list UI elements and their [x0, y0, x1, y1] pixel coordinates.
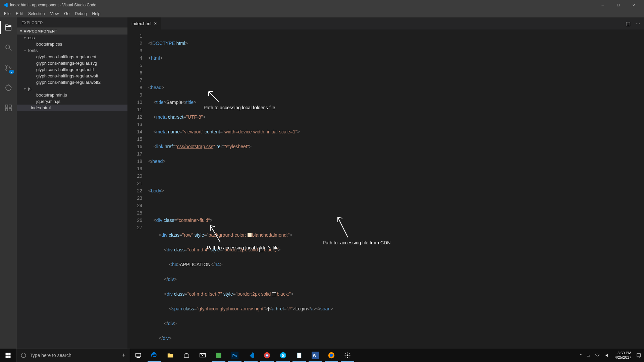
tab-index-html[interactable]: index.html ×	[127, 17, 161, 29]
svg-rect-26	[297, 353, 301, 358]
svg-rect-32	[637, 354, 641, 357]
svg-point-30	[330, 354, 333, 357]
annotation-2: Path to accessing local folder's file	[207, 244, 279, 251]
menu-debug[interactable]: Debug	[72, 11, 89, 17]
svg-text:S: S	[282, 353, 285, 358]
mail-icon[interactable]	[195, 349, 211, 362]
scm-badge: 2	[9, 70, 14, 74]
window-title: index.html - appcomponent - Visual Studi…	[10, 3, 595, 7]
edge-icon[interactable]	[146, 349, 162, 362]
folder-js[interactable]: ▿js	[17, 85, 127, 92]
activity-debug[interactable]	[0, 81, 17, 95]
word-icon[interactable]: W	[307, 349, 323, 362]
close-icon[interactable]: ×	[154, 21, 157, 26]
menu-edit[interactable]: Edit	[13, 11, 25, 17]
start-button[interactable]	[0, 349, 16, 362]
activity-explorer[interactable]	[0, 21, 17, 34]
file-bootstrap-js[interactable]: bootstrap.min.js	[17, 92, 127, 98]
search-box[interactable]: Type here to search	[16, 349, 130, 362]
arrow-icon	[334, 216, 351, 239]
svg-rect-6	[5, 109, 8, 111]
clock[interactable]: 3:50 PM 4/25/2017	[615, 351, 631, 360]
tray-chevron-icon[interactable]: ˄	[580, 353, 582, 358]
chrome-icon[interactable]	[259, 349, 275, 362]
sidebar-section-header[interactable]: ▿APPCOMPONENT	[17, 27, 127, 35]
editor-body[interactable]: 1234567891011121314151617181920212223242…	[127, 29, 644, 349]
svg-point-2	[6, 69, 7, 70]
more-icon[interactable]: ⋯	[635, 20, 641, 27]
activity-scm[interactable]: 2	[0, 61, 17, 74]
file-glyph-svg[interactable]: glyphicons-halflings-regular.svg	[17, 60, 127, 66]
maximize-button[interactable]: ☐	[610, 0, 626, 10]
arrow-icon	[207, 224, 224, 244]
file-index-html[interactable]: index.html	[17, 105, 127, 111]
activity-extensions[interactable]	[0, 101, 17, 115]
file-glyph-ttf[interactable]: glyphicons-halflings-regular.ttf	[17, 66, 127, 73]
folder-fonts[interactable]: ▿fonts	[17, 47, 127, 54]
vscode-icon	[3, 2, 8, 8]
menu-view[interactable]: View	[47, 11, 61, 17]
annotation-1: Path to accessing local folder's file	[204, 104, 275, 111]
svg-rect-10	[8, 353, 11, 355]
svg-text:W: W	[313, 354, 317, 358]
line-numbers: 1234567891011121314151617181920212223242…	[127, 29, 148, 349]
settings-icon[interactable]	[339, 349, 356, 362]
menu-help[interactable]: Help	[90, 11, 103, 17]
firefox-icon[interactable]	[323, 349, 339, 362]
folder-css[interactable]: ▿css	[17, 35, 127, 41]
skype-icon[interactable]: S	[275, 349, 291, 362]
arrow-icon	[205, 90, 222, 103]
editor-area: index.html × ◫ ⋯ 12345678910111213141516…	[127, 17, 644, 349]
svg-point-0	[6, 45, 10, 49]
vscode-taskbar-icon[interactable]	[243, 349, 259, 362]
svg-rect-5	[5, 105, 8, 107]
cortana-icon	[20, 352, 26, 358]
svg-point-1	[6, 65, 7, 66]
store-icon[interactable]	[178, 349, 195, 362]
file-explorer-icon[interactable]	[162, 349, 178, 362]
svg-rect-11	[6, 356, 8, 358]
minimize-button[interactable]: ─	[595, 0, 610, 10]
battery-icon[interactable]: ▭	[587, 353, 590, 358]
taskbar: Type here to search Ps S W ˄ ▭ 3:50 PM 4…	[0, 349, 644, 362]
svg-rect-9	[6, 353, 8, 355]
task-view-icon[interactable]	[130, 349, 146, 362]
svg-rect-12	[8, 356, 11, 358]
menu-go[interactable]: Go	[61, 11, 72, 17]
activity-search[interactable]	[0, 41, 17, 54]
file-bootstrap-css[interactable]: bootstrap.css	[17, 41, 127, 47]
split-editor-icon[interactable]: ◫	[626, 20, 631, 27]
svg-point-31	[347, 355, 348, 356]
code-content[interactable]: <!DOCTYPE html> <html> <head> <title>Sam…	[148, 29, 644, 349]
mic-icon[interactable]	[121, 353, 126, 358]
notepad-icon[interactable]	[291, 349, 307, 362]
volume-icon[interactable]	[605, 353, 610, 358]
file-glyph-eot[interactable]: glyphicons-halflings-regular.eot	[17, 54, 127, 60]
close-button[interactable]: ✕	[626, 0, 641, 10]
notifications-icon[interactable]	[636, 353, 641, 358]
svg-point-13	[21, 353, 26, 358]
svg-rect-15	[136, 353, 141, 357]
tab-label: index.html	[131, 21, 151, 26]
file-glyph-woff[interactable]: glyphicons-halflings-regular.woff	[17, 73, 127, 79]
menu-file[interactable]: File	[1, 11, 13, 17]
menu-selection[interactable]: Selection	[25, 11, 47, 17]
file-glyph-woff2[interactable]: glyphicons-halflings-regular.woff2	[17, 79, 127, 85]
wifi-icon[interactable]	[595, 353, 600, 358]
photoshop-icon[interactable]: Ps	[227, 349, 243, 362]
svg-point-4	[6, 85, 11, 90]
svg-rect-18	[216, 353, 221, 358]
system-tray: ˄ ▭ 3:50 PM 4/25/2017	[577, 351, 644, 360]
titlebar: index.html - appcomponent - Visual Studi…	[0, 0, 644, 10]
annotation-3: Path to accessing file from CDN	[323, 239, 390, 246]
svg-point-23	[266, 354, 268, 356]
svg-rect-14	[123, 354, 124, 356]
menubar: File Edit Selection View Go Debug Help	[0, 10, 644, 17]
svg-rect-7	[9, 109, 11, 111]
svg-rect-8	[9, 105, 11, 107]
search-placeholder: Type here to search	[30, 353, 71, 358]
file-tree: ▿css bootstrap.css ▿fonts glyphicons-hal…	[17, 35, 127, 111]
app-icon-green[interactable]	[211, 349, 227, 362]
tab-bar: index.html × ◫ ⋯	[127, 17, 644, 29]
file-jquery-js[interactable]: jquery.min.js	[17, 98, 127, 105]
